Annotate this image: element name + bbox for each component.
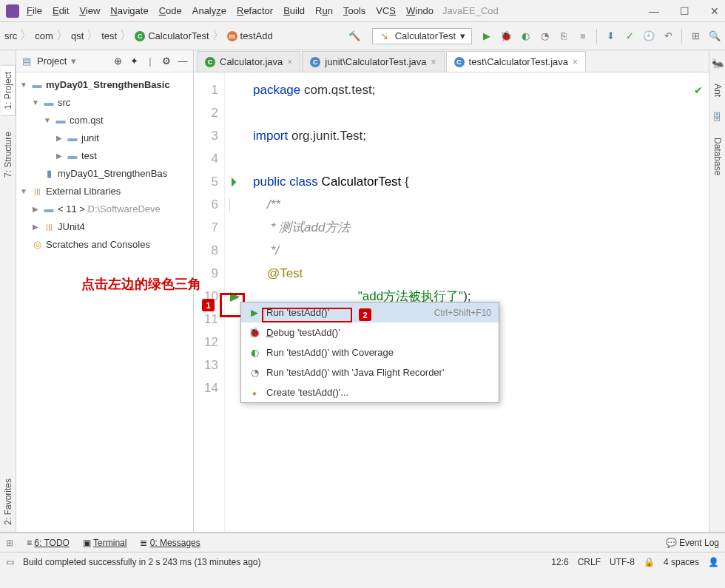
- debug-icon: 🐞: [249, 327, 260, 339]
- close-icon[interactable]: ×: [573, 57, 578, 67]
- method-icon: m: [227, 31, 237, 41]
- tree-pkg[interactable]: com.qst: [70, 115, 104, 126]
- caret-position[interactable]: 12:6: [551, 557, 568, 567]
- right-tool-stripe: 🐜 Ant 🗄 Database: [709, 50, 725, 532]
- build-icon[interactable]: 🔨: [348, 30, 360, 42]
- menu-refactor[interactable]: Refactor: [237, 5, 273, 16]
- attach-icon[interactable]: ⎘: [558, 30, 570, 42]
- bottom-tool-stripe: ⊞ ≡ 6: TODO ▣ Terminal ≣ 0: Messages 💬 E…: [0, 533, 725, 552]
- hide-icon[interactable]: ―: [177, 55, 189, 67]
- tree-junit[interactable]: junit: [81, 132, 99, 143]
- status-icon[interactable]: ▭: [6, 557, 14, 567]
- line-separator[interactable]: CRLF: [578, 557, 601, 567]
- tree-test[interactable]: test: [81, 150, 97, 161]
- left-tool-stripe: 1: Project 7: Structure 2: Favorites: [0, 50, 16, 532]
- update-icon[interactable]: ⬇: [604, 30, 616, 42]
- editor-tabs: CCalculator.java× Cjunit\CalculatorTest.…: [194, 50, 709, 72]
- menu-view[interactable]: View: [79, 5, 100, 16]
- tree-src[interactable]: src: [58, 97, 70, 108]
- run-config-selector[interactable]: ↘ CalculatorTest ▾: [372, 28, 472, 44]
- profile-icon[interactable]: ◔: [539, 30, 550, 42]
- select-opened-icon[interactable]: ⊕: [112, 55, 124, 67]
- inspect-icon[interactable]: 👤: [708, 557, 719, 567]
- tree-jdk[interactable]: < 11 > D:\SoftwareDeve: [58, 203, 161, 214]
- menu-run-coverage[interactable]: ◐ Run 'testAdd()' with Coverage: [241, 342, 499, 362]
- run-config-label: CalculatorTest: [395, 30, 456, 41]
- crumb-qst[interactable]: qst: [71, 30, 84, 41]
- tab-messages[interactable]: ≣ 0: Messages: [140, 538, 200, 548]
- lock-icon[interactable]: 🔒: [644, 557, 655, 567]
- menu-run-jfr[interactable]: ◔ Run 'testAdd()' with 'Java Flight Reco…: [241, 362, 499, 382]
- close-icon[interactable]: ×: [287, 57, 292, 67]
- close-icon[interactable]: ×: [431, 57, 436, 67]
- tree-ext-lib[interactable]: External Libraries: [46, 186, 121, 197]
- crumb-class[interactable]: CalculatorTest: [148, 30, 209, 41]
- encoding[interactable]: UTF-8: [610, 557, 635, 567]
- history-icon[interactable]: 🕘: [643, 30, 655, 42]
- chevron-down-icon[interactable]: ▾: [71, 55, 76, 67]
- crumb-src[interactable]: src: [4, 30, 17, 41]
- create-icon: ⬥: [249, 387, 260, 399]
- project-tree[interactable]: ▼▬myDay01_StrengthenBasic ▼▬src ▼▬com.qs…: [16, 72, 193, 256]
- menu-window[interactable]: Windo: [406, 5, 434, 16]
- minimize-icon[interactable]: ―: [649, 5, 659, 17]
- expand-icon[interactable]: ✦: [128, 55, 140, 67]
- app-logo-icon: [6, 4, 19, 18]
- tab-terminal[interactable]: ▣ Terminal: [83, 538, 127, 548]
- database-icon: 🗄: [712, 112, 722, 123]
- menu-tools[interactable]: Tools: [343, 5, 365, 16]
- menu-navigate[interactable]: Navigate: [110, 5, 148, 16]
- stop-icon[interactable]: ■: [577, 30, 589, 42]
- tree-root[interactable]: myDay01_StrengthenBasic: [46, 79, 170, 90]
- annotation-highlight-2: [262, 308, 352, 322]
- ant-icon: 🐜: [712, 58, 724, 69]
- tab-junit-test[interactable]: Cjunit\CalculatorTest.java×: [302, 51, 444, 72]
- tab-test-test[interactable]: Ctest\CalculatorTest.java×: [446, 51, 586, 72]
- menu-create-config[interactable]: ⬥ Create 'testAdd()'...: [241, 382, 499, 402]
- menu-code[interactable]: Code: [159, 5, 182, 16]
- menu-edit[interactable]: Edit: [53, 5, 69, 16]
- menu-build[interactable]: Build: [283, 5, 305, 16]
- close-icon[interactable]: ✕: [710, 5, 719, 17]
- editor-area: CCalculator.java× Cjunit\CalculatorTest.…: [194, 50, 709, 532]
- breadcrumb[interactable]: src〉 com〉 qst〉 test〉 C CalculatorTest〉 m…: [4, 28, 273, 44]
- class-icon: C: [310, 57, 320, 67]
- collapse-icon[interactable]: |: [144, 55, 156, 67]
- tab-database[interactable]: Database: [711, 132, 724, 181]
- tab-project[interactable]: 1: Project: [1, 65, 16, 116]
- maximize-icon[interactable]: ☐: [680, 5, 689, 17]
- project-panel-header: ▤ Project ▾ ⊕ ✦ | ⚙ ―: [16, 50, 193, 72]
- menu-file[interactable]: File: [27, 5, 42, 16]
- run-icon[interactable]: ▶: [481, 30, 493, 42]
- event-log[interactable]: 💬 Event Log: [666, 538, 719, 548]
- menu-run[interactable]: Run: [315, 5, 333, 16]
- crumb-method[interactable]: testAdd: [240, 30, 273, 41]
- tab-ant[interactable]: Ant: [711, 78, 724, 103]
- menu-analyze[interactable]: Analyze: [192, 5, 226, 16]
- menu-vcs[interactable]: VCS: [376, 5, 396, 16]
- menu-debug-test[interactable]: 🐞 Debug 'testAdd()': [241, 322, 499, 342]
- title-bar: File Edit View Navigate Code Analyze Ref…: [0, 0, 725, 22]
- indent[interactable]: 4 spaces: [664, 557, 699, 567]
- debug-icon[interactable]: 🐞: [500, 30, 512, 42]
- tab-structure[interactable]: 7: Structure: [1, 125, 16, 184]
- tree-scratch[interactable]: Scratches and Consoles: [46, 239, 150, 250]
- structure-icon[interactable]: ⊞: [689, 30, 701, 42]
- shortcut-label: Ctrl+Shift+F10: [434, 308, 491, 318]
- tab-favorites[interactable]: 2: Favorites: [1, 472, 16, 532]
- search-icon[interactable]: 🔍: [709, 30, 721, 42]
- revert-icon[interactable]: ↶: [662, 30, 674, 42]
- coverage-icon[interactable]: ◐: [519, 30, 531, 42]
- gear-icon[interactable]: ⚙: [161, 55, 172, 67]
- tab-todo[interactable]: ≡ 6: TODO: [27, 538, 70, 548]
- commit-icon[interactable]: ✓: [624, 30, 635, 42]
- tree-junit4[interactable]: JUnit4: [58, 221, 85, 232]
- tab-calculator[interactable]: CCalculator.java×: [197, 51, 300, 72]
- crumb-test[interactable]: test: [101, 30, 117, 41]
- tree-iml[interactable]: myDay01_StrengthenBas: [58, 168, 167, 179]
- run-class-icon[interactable]: ⏵: [229, 175, 241, 189]
- project-view-icon: ▤: [21, 55, 33, 67]
- annotation-text: 点击左边的绿色三角: [81, 275, 201, 293]
- layout-icon[interactable]: ⊞: [6, 538, 13, 548]
- crumb-com[interactable]: com: [35, 30, 53, 41]
